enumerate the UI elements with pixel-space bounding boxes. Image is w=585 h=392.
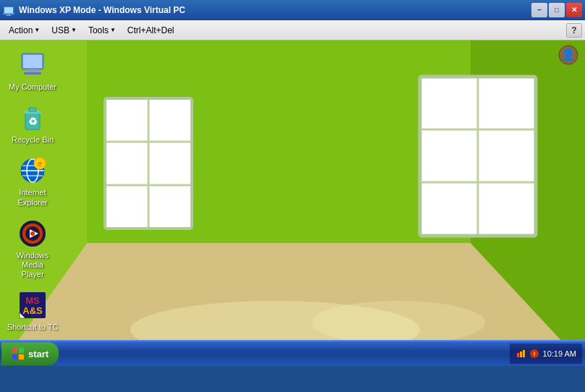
recycle-bin-icon: ♻ (18, 103, 47, 132)
maximize-button[interactable]: □ (549, 3, 565, 17)
svg-rect-26 (481, 80, 532, 126)
svg-rect-28 (481, 133, 532, 179)
svg-text:MS: MS (25, 295, 40, 306)
help-button[interactable]: ? (566, 23, 582, 38)
wallpaper (0, 41, 585, 366)
svg-text:A&S: A&S (22, 305, 43, 316)
icon-my-computer[interactable]: My Computer (4, 48, 62, 95)
windows-logo-icon (12, 347, 25, 360)
svg-point-33 (311, 301, 485, 344)
svg-rect-1 (4, 7, 13, 13)
svg-rect-66 (520, 351, 522, 357)
svg-rect-4 (6, 15, 12, 16)
internet-explorer-icon: e (18, 156, 47, 185)
system-time: 10:19 AM (543, 349, 576, 358)
taskbar: start ! 10:19 AM (0, 340, 585, 366)
system-tray: ! 10:19 AM (510, 344, 582, 364)
icon-internet-explorer[interactable]: e Internet Explorer (4, 153, 62, 210)
svg-text:👤: 👤 (561, 48, 576, 61)
svg-rect-30 (481, 186, 532, 231)
minimize-button[interactable]: – (531, 3, 547, 17)
svg-rect-27 (424, 133, 474, 179)
desktop-icons: My Computer ♻ Recycle Bin (0, 41, 65, 343)
menu-action[interactable]: Action ▼ (3, 22, 46, 38)
wmp-icon (18, 219, 47, 248)
svg-rect-40 (29, 108, 36, 111)
window-title: Windows XP Mode - Windows Virtual PC (19, 5, 531, 15)
close-button[interactable]: ✕ (566, 3, 582, 17)
recycle-bin-label: Recycle Bin (12, 135, 54, 145)
my-computer-icon (18, 51, 47, 80)
svg-rect-65 (517, 353, 519, 357)
menu-tools[interactable]: Tools ▼ (83, 22, 122, 38)
svg-rect-64 (19, 354, 24, 359)
svg-rect-14 (109, 102, 145, 138)
svg-rect-29 (424, 186, 474, 231)
svg-rect-15 (156, 102, 188, 138)
svg-rect-2 (3, 13, 14, 14)
title-icon (3, 4, 14, 16)
svg-text:!: ! (533, 351, 535, 357)
svg-rect-37 (24, 72, 41, 74)
wmp-label: Windows Media Player (7, 251, 59, 280)
svg-rect-62 (19, 348, 24, 353)
svg-rect-67 (523, 350, 525, 357)
arrow-icon: ▼ (110, 27, 116, 33)
tc-icon: MS A&S (18, 291, 47, 320)
arrow-icon: ▼ (34, 27, 40, 33)
svg-rect-35 (23, 55, 42, 68)
svg-rect-19 (156, 189, 188, 225)
ie-label: Internet Explorer (18, 188, 48, 207)
start-label: start (28, 349, 49, 359)
icon-recycle-bin[interactable]: ♻ Recycle Bin (4, 101, 62, 148)
tc-label: Shortcut to TC (7, 323, 59, 332)
vm-desktop: My Computer ♻ Recycle Bin (0, 41, 585, 366)
svg-rect-25 (424, 80, 474, 126)
menu-bar: Action ▼ USB ▼ Tools ▼ Ctrl+Alt+Del ? (0, 20, 585, 41)
svg-rect-36 (27, 69, 38, 72)
top-right-icon[interactable]: 👤 (557, 44, 579, 66)
title-bar: Windows XP Mode - Windows Virtual PC – □… (0, 0, 585, 20)
svg-text:e: e (38, 160, 42, 168)
network-tray-icon[interactable] (515, 349, 526, 359)
start-button[interactable]: start (1, 342, 59, 365)
svg-rect-16 (109, 145, 145, 182)
icon-shortcut-tc[interactable]: MS A&S Shortcut to TC (4, 288, 62, 335)
security-tray-icon[interactable]: ! (529, 349, 539, 359)
svg-text:♻: ♻ (28, 116, 38, 127)
menu-usb[interactable]: USB ▼ (46, 22, 83, 38)
menu-ctrlaltdel[interactable]: Ctrl+Alt+Del (122, 22, 180, 38)
svg-rect-61 (12, 348, 17, 353)
svg-rect-18 (109, 189, 145, 225)
icon-windows-media-player[interactable]: Windows Media Player (4, 216, 62, 283)
arrow-icon: ▼ (71, 27, 77, 33)
svg-point-53 (30, 231, 35, 236)
my-computer-label: My Computer (9, 82, 56, 92)
svg-rect-63 (12, 354, 17, 359)
window-controls: – □ ✕ (531, 3, 582, 17)
svg-rect-17 (156, 145, 188, 182)
